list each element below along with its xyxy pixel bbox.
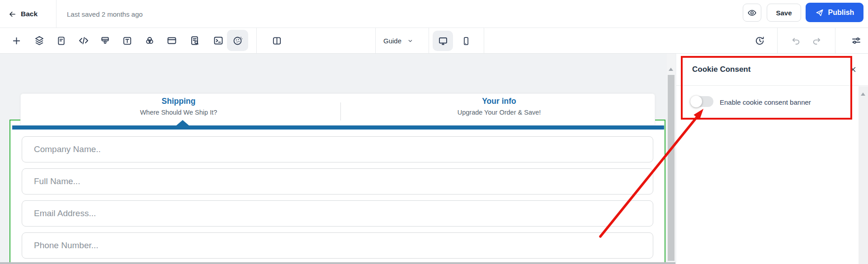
- guide-label: Guide: [383, 37, 401, 45]
- payments-button[interactable]: [163, 31, 181, 50]
- last-saved-status: Last saved 2 months ago: [67, 0, 143, 28]
- style-brush-button[interactable]: [96, 31, 114, 50]
- send-icon: [815, 8, 824, 17]
- tab-subtitle: Upgrade Your Order & Save!: [409, 109, 590, 116]
- toolbar-divider: [835, 28, 835, 54]
- layout-columns-button[interactable]: [268, 31, 286, 50]
- redo-button[interactable]: [807, 31, 826, 50]
- undo-button[interactable]: [787, 31, 805, 50]
- header-divider: [56, 0, 57, 28]
- tab-title: Your info: [409, 97, 590, 106]
- scrollbar-thumb[interactable]: [668, 75, 675, 261]
- header-bar: Back Last saved 2 months ago Save Publis…: [0, 0, 868, 28]
- back-button[interactable]: Back: [8, 0, 38, 28]
- canvas-horizontal-scrollbar[interactable]: [0, 262, 675, 264]
- custom-code-button[interactable]: [75, 31, 93, 50]
- mobile-view-button[interactable]: [456, 31, 476, 51]
- desktop-view-button[interactable]: [433, 31, 453, 51]
- version-history-button[interactable]: [750, 31, 769, 50]
- tab-shipping[interactable]: Shipping Where Should We Ship It?: [88, 97, 269, 116]
- save-button[interactable]: Save: [767, 4, 801, 22]
- email-address-input[interactable]: [22, 200, 653, 227]
- company-name-input[interactable]: [22, 136, 653, 162]
- page-builder-editor: Back Last saved 2 months ago Save Publis…: [0, 0, 868, 264]
- page-content-button[interactable]: [52, 31, 70, 50]
- progress-bar: [12, 125, 664, 130]
- phone-number-input[interactable]: [22, 232, 653, 259]
- color-palette-button[interactable]: [141, 31, 159, 50]
- layers-button[interactable]: [30, 31, 48, 50]
- cookie-consent-button[interactable]: [227, 30, 248, 51]
- toolbar-divider: [484, 28, 484, 54]
- canvas-vertical-scrollbar[interactable]: [667, 54, 675, 264]
- full-name-input[interactable]: [22, 168, 653, 195]
- toolbar-divider: [256, 28, 257, 54]
- toolbar-divider: [429, 28, 429, 54]
- builder-toolbar: Guide: [0, 28, 868, 54]
- chevron-down-icon: [407, 37, 414, 44]
- toolbar-divider: [777, 28, 778, 54]
- seo-settings-button[interactable]: [186, 31, 204, 50]
- back-label: Back: [21, 10, 38, 18]
- scroll-up-arrow-icon[interactable]: [669, 68, 673, 71]
- scroll-up-arrow-icon[interactable]: [861, 93, 865, 96]
- toolbar-divider: [375, 28, 376, 54]
- preview-button[interactable]: [743, 4, 761, 22]
- guide-dropdown[interactable]: Guide: [383, 28, 414, 54]
- page-settings-sliders-button[interactable]: [847, 31, 865, 50]
- annotation-highlight-box: [681, 56, 852, 120]
- panel-scrollbar[interactable]: [859, 86, 868, 264]
- typography-button[interactable]: [118, 31, 136, 50]
- save-label: Save: [776, 9, 792, 17]
- eye-icon: [747, 8, 757, 18]
- tracking-code-button[interactable]: [209, 31, 227, 50]
- publish-button[interactable]: Publish: [806, 3, 863, 22]
- arrow-left-icon: [8, 10, 17, 19]
- tab-divider: [340, 102, 341, 120]
- tab-your-info[interactable]: Your info Upgrade Your Order & Save!: [409, 97, 590, 116]
- active-tab-notch: [176, 120, 189, 125]
- tab-title: Shipping: [88, 97, 269, 106]
- tab-subtitle: Where Should We Ship It?: [88, 109, 269, 116]
- publish-label: Publish: [828, 9, 854, 17]
- add-element-button[interactable]: [7, 31, 25, 50]
